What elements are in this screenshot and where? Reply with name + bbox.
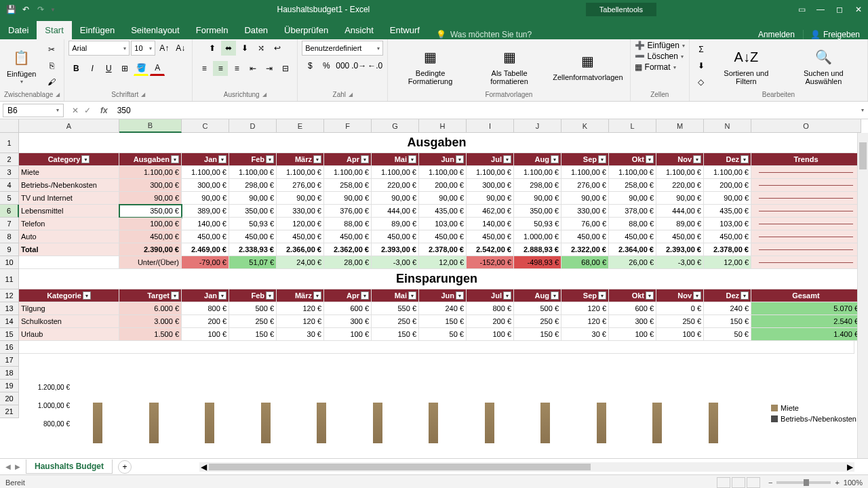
col-header-L[interactable]: L	[609, 119, 656, 133]
total-cell[interactable]: 2.364,00 €	[609, 243, 656, 256]
data-cell[interactable]: 90,00 €	[514, 192, 561, 205]
align-top-icon[interactable]: ⬆	[205, 41, 220, 56]
zoom-slider[interactable]	[776, 481, 831, 484]
filter-dropdown-icon[interactable]: ▼	[693, 291, 701, 300]
conditional-formatting-button[interactable]: ▦Bedingte Formatierung	[392, 45, 469, 87]
copy-icon[interactable]: ⎘	[44, 58, 59, 73]
data-cell[interactable]: 220,00 €	[656, 179, 704, 192]
data-cell[interactable]: 3.000 €	[119, 315, 182, 328]
tab-daten[interactable]: Daten	[236, 21, 276, 39]
page-break-view-icon[interactable]	[747, 477, 760, 488]
sparkline-cell[interactable]	[751, 256, 861, 269]
data-cell[interactable]: 89,00 €	[372, 218, 419, 230]
row-header-7[interactable]: 7	[0, 218, 19, 230]
data-cell[interactable]: 103,00 €	[704, 218, 751, 230]
data-cell[interactable]: 1.500 €	[119, 328, 182, 341]
empty-cell[interactable]	[19, 341, 854, 354]
header-Apr[interactable]: Apr▼	[324, 153, 372, 166]
delete-cells-button[interactable]: ➖Löschen▾	[635, 52, 685, 61]
col-header-D[interactable]: D	[229, 119, 277, 133]
data-cell[interactable]: 1.100,00 €	[324, 166, 372, 179]
data-cell[interactable]: 1.100,00 €	[467, 166, 514, 179]
data-cell[interactable]: 50,93 €	[229, 218, 277, 230]
data-cell[interactable]: 90,00 €	[656, 192, 704, 205]
header-Dez[interactable]: Dez▼	[704, 289, 751, 302]
data-cell[interactable]: 103,00 €	[419, 218, 467, 230]
sheet-prev-icon[interactable]: ◀	[5, 463, 11, 470]
filter-dropdown-icon[interactable]: ▼	[693, 155, 701, 163]
filter-dropdown-icon[interactable]: ▼	[503, 291, 511, 300]
data-cell[interactable]: 100 €	[182, 328, 229, 341]
tell-me-search[interactable]: 💡 Was möchten Sie tun?	[428, 30, 750, 39]
unter-cell[interactable]: 12,00 €	[419, 256, 467, 269]
data-cell[interactable]: 258,00 €	[609, 179, 656, 192]
data-cell[interactable]: 6.000 €	[119, 302, 182, 315]
row-header-10[interactable]: 10	[0, 256, 19, 269]
col-header-E[interactable]: E	[277, 119, 324, 133]
filter-dropdown-icon[interactable]: ▼	[218, 155, 226, 163]
sort-filter-button[interactable]: A↓ZSortieren und Filtern	[711, 45, 781, 87]
data-cell[interactable]: 450,00 €	[229, 230, 277, 243]
unter-cell[interactable]: -79,00 €	[182, 256, 229, 269]
filter-dropdown-icon[interactable]: ▼	[313, 291, 321, 300]
data-cell[interactable]: 500 €	[514, 302, 561, 315]
header-Jul[interactable]: Jul▼	[467, 289, 514, 302]
data-cell[interactable]: 300 €	[324, 315, 372, 328]
row-header-3[interactable]: 3	[0, 166, 19, 179]
data-cell[interactable]: 220,00 €	[372, 179, 419, 192]
total-cell[interactable]: 2.393,00 €	[656, 243, 704, 256]
data-cell[interactable]: 350,00 €	[229, 205, 277, 218]
data-cell[interactable]: 450,00 €	[656, 230, 704, 243]
data-cell[interactable]: 450,00 €	[419, 230, 467, 243]
gesamt-cell[interactable]: 2.540 €	[751, 315, 861, 328]
data-cell[interactable]: 550 €	[372, 302, 419, 315]
data-cell[interactable]: 435,00 €	[704, 205, 751, 218]
header-Aug[interactable]: Aug▼	[514, 289, 561, 302]
sparkline-cell[interactable]	[751, 230, 861, 243]
col-header-H[interactable]: H	[419, 119, 467, 133]
data-cell[interactable]: 150 €	[514, 328, 561, 341]
category-cell[interactable]: Betriebs-/Nebenkosten	[19, 179, 119, 192]
filter-dropdown-icon[interactable]: ▼	[741, 155, 749, 163]
data-cell[interactable]: 1.100,00 €	[182, 166, 229, 179]
data-cell[interactable]: 120 €	[277, 315, 324, 328]
maximize-icon[interactable]: ◻	[830, 0, 849, 19]
col-header-M[interactable]: M	[656, 119, 704, 133]
data-cell[interactable]: 250 €	[514, 315, 561, 328]
category-cell[interactable]: Miete	[19, 166, 119, 179]
data-cell[interactable]: 150 €	[704, 315, 751, 328]
data-cell[interactable]: 100 €	[467, 328, 514, 341]
sheet-tab-active[interactable]: Haushalts Budget	[26, 460, 113, 474]
sparkline-cell[interactable]	[751, 205, 861, 218]
data-cell[interactable]: 250 €	[372, 315, 419, 328]
filter-dropdown-icon[interactable]: ▼	[361, 291, 369, 300]
data-cell[interactable]: 30 €	[277, 328, 324, 341]
data-cell[interactable]: 150 €	[419, 315, 467, 328]
data-cell[interactable]: 450,00 €	[467, 230, 514, 243]
font-family-select[interactable]: Arial▾	[68, 41, 130, 56]
data-cell[interactable]: 450,00 €	[372, 230, 419, 243]
data-cell[interactable]: 450,00 €	[561, 230, 609, 243]
category-cell[interactable]: Auto	[19, 230, 119, 243]
filter-dropdown-icon[interactable]: ▼	[81, 155, 90, 163]
data-cell[interactable]: 444,00 €	[656, 205, 704, 218]
header-Feb[interactable]: Feb▼	[229, 289, 277, 302]
category-cell[interactable]: Telefon	[19, 218, 119, 230]
row-header-13[interactable]: 13	[0, 302, 19, 315]
header-März[interactable]: März▼	[277, 153, 324, 166]
header-Feb[interactable]: Feb▼	[229, 153, 277, 166]
ribbon-options-icon[interactable]: ▭	[792, 0, 811, 19]
launcher-icon[interactable]: ◢	[262, 92, 267, 98]
col-header-C[interactable]: C	[182, 119, 229, 133]
sheet-next-icon[interactable]: ▶	[15, 463, 20, 470]
data-cell[interactable]: 1.100,00 €	[656, 166, 704, 179]
number-format-select[interactable]: Benutzerdefiniert▾	[302, 41, 383, 56]
col-header-A[interactable]: A	[19, 119, 119, 133]
data-cell[interactable]: 120 €	[561, 315, 609, 328]
category-cell[interactable]: Urlaub	[19, 328, 119, 341]
data-cell[interactable]: 300,00 €	[119, 179, 182, 192]
header-Ausgaben[interactable]: Ausgaben▼	[119, 153, 182, 166]
header-Target[interactable]: Target▼	[119, 289, 182, 302]
header-Okt[interactable]: Okt▼	[609, 289, 656, 302]
row-header-2[interactable]: 2	[0, 153, 19, 166]
